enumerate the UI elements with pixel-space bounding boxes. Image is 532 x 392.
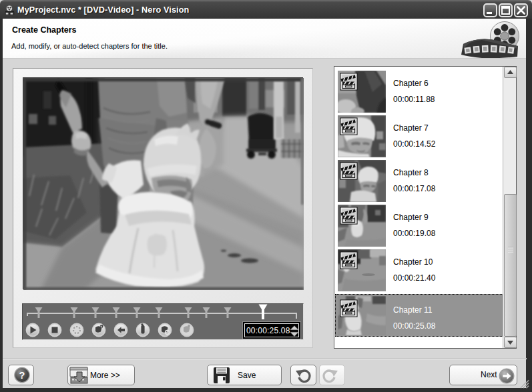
svg-text:?: ?: [19, 370, 25, 381]
